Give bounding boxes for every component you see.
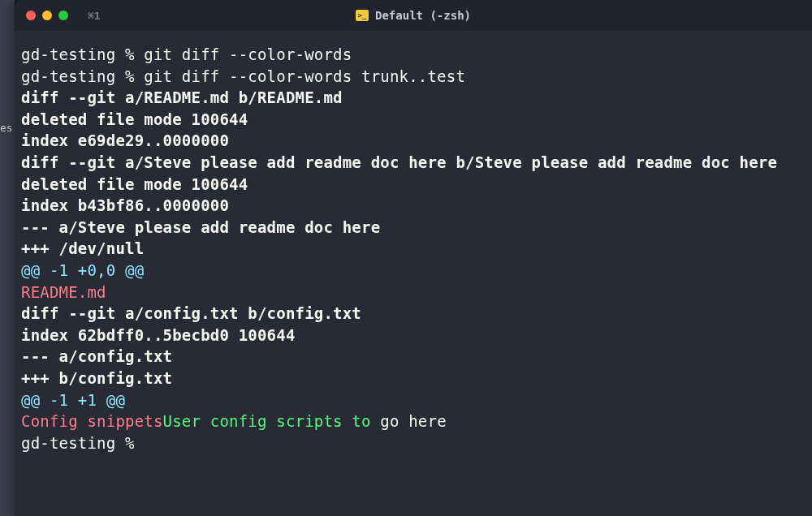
terminal-segment-diff-header: diff --git a/config.txt b/config.txt [21,304,361,322]
terminal-line: deleted file mode 100644 [21,174,806,196]
close-button[interactable] [26,11,36,20]
terminal-line: gd-testing % git diff --color-words trun… [21,66,806,88]
maximize-button[interactable] [58,11,68,20]
terminal-segment-diff-meta: deleted file mode 100644 [21,110,248,128]
terminal-segment-hunk: @@ -1 +0,0 @@ [21,261,144,279]
terminal-segment-cmd: git diff --color-words trunk..test [144,67,465,85]
terminal-line: index b43bf86..0000000 [21,195,806,217]
terminal-line: +++ b/config.txt [21,368,806,389]
terminal-line: diff --git a/README.md b/README.md [21,87,806,109]
terminal-line: diff --git a/Steve please add readme doc… [21,152,806,174]
terminal-line: diff --git a/config.txt b/config.txt [21,303,806,325]
terminal-line: gd-testing % [21,432,806,454]
terminal-line: deleted file mode 100644 [21,109,806,131]
terminal-segment-hunk: @@ -1 +1 @@ [21,391,125,409]
terminal-window: ⌘1 >_ Default (-zsh) gd-testing % git di… [15,0,812,516]
terminal-segment-cmd: git diff --color-words [144,45,352,63]
terminal-line: Config snippetsUser config scripts to go… [21,411,806,432]
terminal-output[interactable]: gd-testing % git diff --color-wordsgd-te… [15,31,812,467]
traffic-lights [26,11,68,20]
sliver-text: es [0,122,13,134]
terminal-segment-prompt: gd-testing % [21,67,144,85]
terminal-line: --- a/config.txt [21,346,806,368]
terminal-segment-diff-meta: index e69de29..0000000 [21,131,229,149]
background-window-sliver: es [0,0,15,516]
terminal-segment-diff-meta: deleted file mode 100644 [21,175,248,193]
terminal-segment-diff-header: diff --git a/Steve please add readme doc… [21,153,777,171]
terminal-segment-diff-file: --- a/Steve please add readme doc here [21,218,380,236]
terminal-segment-diff-file: --- a/config.txt [21,347,172,365]
terminal-segment-diff-file: +++ b/config.txt [21,369,172,387]
window-title-text: Default (-zsh) [375,9,471,22]
terminal-segment-diff-meta: index b43bf86..0000000 [21,196,229,214]
window-title: >_ Default (-zsh) [356,9,471,22]
terminal-line: README.md [21,282,806,303]
terminal-line: index e69de29..0000000 [21,130,806,152]
terminal-segment-removed: Config snippets [21,412,163,430]
terminal-line: --- a/Steve please add readme doc here [21,217,806,239]
terminal-line: @@ -1 +1 @@ [21,389,806,411]
terminal-icon: >_ [356,10,369,21]
titlebar[interactable]: ⌘1 >_ Default (-zsh) [15,0,812,31]
terminal-line: +++ /dev/null [21,238,806,260]
terminal-segment-prompt: gd-testing % [21,434,144,452]
terminal-segment-removed: README.md [21,283,106,301]
terminal-segment-normal: go here [371,412,447,430]
minimize-button[interactable] [42,11,52,20]
terminal-segment-prompt: gd-testing % [21,45,144,63]
terminal-line: gd-testing % git diff --color-words [21,44,806,66]
terminal-line: index 62bdff0..5becbd0 100644 [21,325,806,346]
terminal-segment-added: User config scripts to [163,412,371,430]
terminal-segment-diff-file: +++ /dev/null [21,239,144,257]
terminal-line: @@ -1 +0,0 @@ [21,260,806,282]
tab-shortcut-label: ⌘1 [88,10,101,22]
terminal-segment-diff-header: diff --git a/README.md b/README.md [21,88,343,106]
terminal-segment-diff-meta: index 62bdff0..5becbd0 100644 [21,326,296,344]
